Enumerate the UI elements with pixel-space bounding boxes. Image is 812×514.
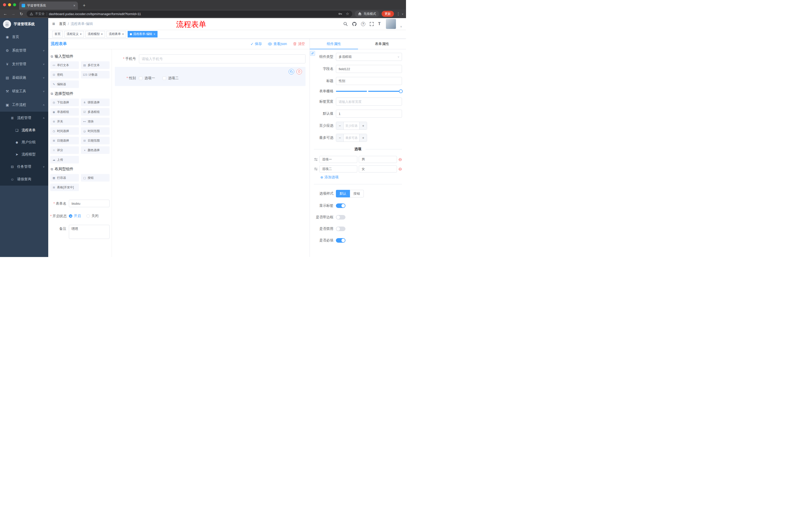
field-name-input[interactable]	[336, 65, 402, 73]
palette-item-time-picker[interactable]: ◷时间选择	[50, 127, 79, 135]
tab-home[interactable]: 首页	[52, 31, 63, 37]
delete-widget-button[interactable]	[296, 69, 302, 75]
sidebar-item-process-management[interactable]: ≣ 流程管理 ∧	[0, 112, 48, 124]
remark-textarea[interactable]: 嘿嘿	[69, 225, 110, 239]
window-zoom-button[interactable]	[13, 3, 16, 6]
option-style-default-button[interactable]: 默认	[336, 190, 350, 197]
sidebar-item-workflow[interactable]: ▣ 工作流程 ∧	[0, 98, 48, 112]
tab-close-icon[interactable]: ×	[74, 3, 76, 7]
palette-item-date-range[interactable]: ⊟日期范围	[81, 137, 110, 144]
palette-item-cascader[interactable]: ⋔级联选择	[81, 99, 110, 106]
form-name-input[interactable]	[69, 200, 110, 207]
option-value-input[interactable]	[359, 165, 397, 172]
option-value-input[interactable]	[359, 156, 397, 163]
help-icon[interactable]: ?	[361, 22, 365, 26]
new-tab-button[interactable]: +	[81, 2, 87, 9]
palette-item-table[interactable]: ⊞表格[开发中]	[50, 184, 79, 191]
clear-button[interactable]: 清空	[293, 42, 305, 46]
tab-close-icon[interactable]: ×	[153, 33, 155, 36]
copy-widget-button[interactable]	[289, 69, 294, 75]
option-style-button-button[interactable]: 按钮	[350, 190, 364, 197]
chrome-caret-down-icon[interactable]: ∨	[402, 12, 404, 15]
sidebar-item-process-form[interactable]: ❏ 流程表单	[0, 124, 48, 136]
slider-handle[interactable]	[399, 89, 403, 93]
tab-close-icon[interactable]: ×	[80, 33, 82, 36]
remove-option-button[interactable]: ⊖	[399, 157, 402, 162]
font-size-icon[interactable]: T	[378, 22, 381, 26]
tab-component-props[interactable]: 组件属性	[310, 39, 358, 49]
tab-process-form[interactable]: 流程表单 ×	[107, 31, 126, 37]
save-button[interactable]: ✓ 保存	[251, 42, 262, 46]
palette-item-rate[interactable]: ☆评分	[50, 146, 79, 154]
sidebar-item-home[interactable]: ◉ 首页	[0, 30, 48, 44]
drag-handle-icon[interactable]	[314, 167, 318, 171]
browser-back-button[interactable]: ←	[2, 11, 8, 16]
show-label-switch[interactable]	[336, 204, 345, 208]
sidebar-item-infrastructure[interactable]: ▤ 基础设施 ∨	[0, 71, 48, 84]
gender-field[interactable]: 性别 选项一 选项二	[115, 76, 301, 80]
sidebar-item-system-management[interactable]: ⚙ 系统管理 ∨	[0, 44, 48, 57]
status-radio-off[interactable]: 关闭	[86, 214, 98, 218]
palette-item-button[interactable]: ▢按钮	[81, 174, 110, 182]
label-width-input[interactable]	[336, 98, 402, 106]
bookmark-star-icon[interactable]: ☆	[346, 11, 349, 16]
window-minimize-button[interactable]	[8, 3, 11, 6]
hamburger-button[interactable]: ≡	[52, 21, 55, 27]
palette-item-switch[interactable]: ⊜开关	[50, 118, 79, 125]
browser-update-button[interactable]: 更新	[382, 11, 394, 17]
link-icon[interactable]	[310, 51, 315, 56]
tab-process-definition[interactable]: 流程定义 ×	[64, 31, 84, 37]
palette-item-editor[interactable]: ✎编辑器	[50, 80, 79, 88]
phone-field[interactable]: 手机号	[115, 54, 306, 63]
checkbox-option-1[interactable]: 选项一	[139, 76, 155, 80]
palette-item-counter[interactable]: 123计数器	[81, 71, 110, 78]
form-canvas[interactable]: 手机号 性别	[112, 49, 310, 257]
palette-item-color-picker[interactable]: ◑颜色选择	[81, 146, 110, 154]
palette-item-single-text[interactable]: ▭单行文本	[50, 61, 79, 69]
palette-item-date-picker[interactable]: ⊞日期选择	[50, 137, 79, 144]
breadcrumb-home[interactable]: 首页	[59, 22, 66, 26]
palette-item-row-container[interactable]: ▦行容器	[50, 174, 79, 182]
sidebar-logo[interactable]: 芋道管理系统	[0, 18, 48, 30]
palette-item-time-range[interactable]: ◶时间范围	[81, 127, 110, 135]
sidebar-item-process-model[interactable]: ➤ 流程模型	[0, 148, 48, 160]
sidebar-item-dev-tools[interactable]: ⚒ 研发工具 ∨	[0, 84, 48, 98]
tab-close-icon[interactable]: ×	[101, 33, 103, 36]
remove-option-button[interactable]: ⊖	[399, 167, 402, 171]
palette-item-upload[interactable]: ☁上传	[50, 156, 79, 163]
palette-item-slider[interactable]: ⊷滑块	[81, 118, 110, 125]
github-icon[interactable]	[352, 22, 357, 26]
stepper-placeholder[interactable]: 最多可选	[344, 134, 359, 141]
border-switch[interactable]	[336, 215, 345, 219]
sidebar-item-payment-management[interactable]: ¥ 支付管理 ∨	[0, 57, 48, 71]
stepper-placeholder[interactable]: 至少应选	[344, 122, 359, 130]
browser-menu-button[interactable]: ⋮	[397, 11, 400, 16]
sidebar-item-user-group[interactable]: ☻ 用户分组	[0, 136, 48, 148]
palette-item-checkbox-group[interactable]: ☑多选框组	[81, 108, 110, 116]
form-grid-slider[interactable]	[336, 91, 402, 92]
selected-widget-gender[interactable]: 性别 选项一 选项二	[115, 67, 306, 86]
option-name-input[interactable]	[319, 156, 357, 163]
stepper-plus-button[interactable]: +	[359, 134, 367, 141]
tab-process-form-edit[interactable]: 流程表单-编辑 ×	[127, 31, 157, 37]
omnibox[interactable]: 不安全 dashboard.yudao.iocoder.cn/bpm/manag…	[27, 10, 352, 17]
window-close-button[interactable]	[3, 3, 6, 6]
phone-input[interactable]	[139, 54, 306, 63]
sidebar-item-leave-query[interactable]: ☺ 请假查询	[0, 173, 48, 186]
search-icon[interactable]	[343, 22, 348, 26]
tab-close-icon[interactable]: ×	[122, 33, 124, 36]
palette-item-select[interactable]: ◎下拉选择	[50, 99, 79, 106]
required-switch[interactable]	[336, 238, 345, 243]
browser-tab[interactable]: 芋道管理系统 ×	[19, 1, 78, 9]
view-json-button[interactable]: 查看json	[268, 42, 287, 46]
status-radio-on[interactable]: 开启	[69, 214, 81, 218]
stepper-minus-button[interactable]: −	[336, 122, 344, 130]
option-name-input[interactable]	[319, 165, 357, 172]
tab-form-props[interactable]: 表单属性	[358, 39, 406, 49]
stepper-plus-button[interactable]: +	[359, 122, 367, 130]
user-avatar[interactable]	[386, 19, 396, 29]
stepper-minus-button[interactable]: −	[336, 134, 344, 141]
component-type-select[interactable]: 多选框组 ∨	[336, 53, 402, 61]
browser-forward-button[interactable]: →	[10, 11, 16, 16]
checkbox-option-2[interactable]: 选项二	[163, 76, 179, 80]
